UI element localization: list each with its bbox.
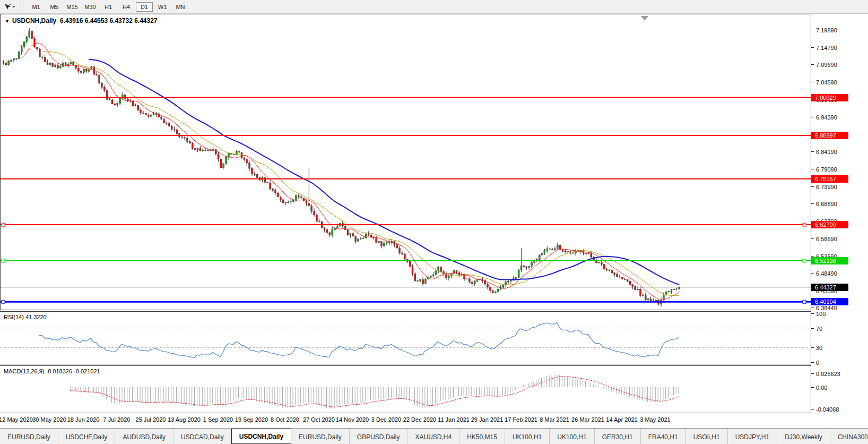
- level-price-label: 6.52138: [811, 257, 848, 264]
- date-axis-label: 30 May 2020: [32, 416, 66, 423]
- price-axis-tick: 6.79090: [811, 166, 837, 173]
- rsi-axis-tick: 70: [811, 325, 822, 332]
- ohlc-high: 6.44553: [85, 17, 108, 24]
- price-axis-tick: 6.68890: [811, 200, 837, 207]
- date-axis-label: 7 Jul 2020: [103, 416, 131, 423]
- symbol-tab-usdcnh-daily[interactable]: USDCNH,Daily: [231, 429, 291, 444]
- level-price-label: 7.00029: [811, 94, 848, 101]
- rsi-indicator-label: RSI(14) 41.3220: [4, 314, 47, 320]
- symbol-tab-ger30-h1[interactable]: GER30,H1: [595, 429, 641, 444]
- symbol-tab-china300-h1[interactable]: CHINA300,H1: [830, 429, 868, 444]
- price-axis-tick: 7.14790: [811, 44, 837, 51]
- price-axis[interactable]: 7.198907.147907.096907.045906.994906.943…: [811, 14, 868, 414]
- price-axis-tick: 7.09690: [811, 61, 837, 68]
- current-price-label: 6.44327: [811, 284, 848, 291]
- macd-axis-tick: 0.00: [811, 384, 827, 391]
- chart-dropdown-icon[interactable]: ▼: [5, 19, 10, 24]
- symbol-tabs-group: EURUSD,DailyUSDCHF,DailyAUDUSD,DailyUSDC…: [0, 429, 868, 444]
- symbol-tab-usoil-h1[interactable]: USOil,H1: [686, 429, 728, 444]
- level-price-label: 6.62709: [811, 221, 848, 228]
- level-price-label: 6.76157: [811, 175, 848, 183]
- rsi-pane[interactable]: RSI(14) 41.3220: [0, 311, 811, 364]
- date-axis-label: 26 Mar 2021: [571, 416, 604, 423]
- price-axis-tick: 7.19890: [811, 27, 837, 33]
- symbol-tab-audusd-daily[interactable]: AUDUSD,Daily: [115, 429, 173, 444]
- level-price-label: 6.40104: [811, 298, 848, 305]
- date-axis-label: 14 Nov 2020: [336, 416, 369, 423]
- date-axis-label: 29 Jan 2021: [471, 416, 504, 423]
- date-axis-label: 8 Mar 2021: [540, 416, 569, 423]
- date-axis-label: 11 Jan 2021: [438, 416, 470, 423]
- date-axis-label: 19 Sep 2020: [235, 416, 268, 423]
- date-axis-label: 14 Apr 2021: [606, 416, 637, 423]
- timeframe-button-w1[interactable]: W1: [154, 2, 171, 12]
- symbol-tab-usdjpy-h1[interactable]: USDJPY,H1: [728, 429, 777, 444]
- timeframe-toolbar: ▾ M1M5M15M30H1H4D1W1MN: [0, 0, 868, 14]
- date-axis-label: 12 May 2020: [0, 416, 33, 423]
- symbol-tab-eurusd-daily[interactable]: EURUSD,Daily: [291, 429, 350, 444]
- chart-symbol-period: USDCNH,Daily: [12, 17, 56, 24]
- symbol-tab-xauusd-h4[interactable]: XAUUSD,H4: [407, 429, 459, 444]
- date-axis-label: 22 Dec 2020: [403, 416, 436, 423]
- date-axis-label: 25 Jul 2020: [136, 416, 166, 423]
- symbol-tab-usdchf-daily[interactable]: USDCHF,Daily: [58, 429, 116, 444]
- date-axis-label: 3 Dec 2020: [371, 416, 401, 423]
- date-axis-label: 27 Oct 2020: [303, 416, 335, 423]
- date-axis-label: 17 Feb 2021: [505, 416, 537, 423]
- timeframe-buttons-group: M1M5M15M30H1H4D1W1MN: [27, 2, 189, 12]
- price-axis-tick: 7.04590: [811, 79, 837, 86]
- rsi-chart-canvas[interactable]: [0, 312, 810, 364]
- ohlc-low: 6.43732: [109, 17, 132, 24]
- date-axis-label: 3 May 2021: [640, 416, 670, 423]
- timeframe-button-m30[interactable]: M30: [82, 2, 99, 12]
- rsi-axis-tick: 30: [811, 344, 822, 351]
- symbol-tab-dj30-weekly[interactable]: DJ30,Weekly: [777, 429, 830, 444]
- macd-pane[interactable]: MACD(12,26,9) -0.018326 -0.021021: [0, 365, 811, 413]
- chart-shift-marker-icon[interactable]: [641, 16, 648, 21]
- trading-platform-window: ▾ M1M5M15M30H1H4D1W1MN ▼USDCNH,Daily 6.4…: [0, 0, 868, 444]
- date-axis-label: 18 Jun 2020: [67, 416, 100, 423]
- rsi-axis-tick: 0: [811, 359, 819, 366]
- timeframe-button-mn[interactable]: MN: [172, 2, 189, 12]
- level-price-label: 6.88897: [811, 132, 848, 139]
- timeframe-button-d1[interactable]: D1: [136, 2, 153, 12]
- price-axis-tick: 6.84190: [811, 148, 837, 155]
- price-chart-canvas[interactable]: [1, 14, 811, 310]
- date-axis-label: 8 Oct 2020: [271, 416, 299, 423]
- cursor-crosshair-icon: [4, 3, 12, 11]
- symbol-tab-hk50-m15[interactable]: HK50,M15: [459, 429, 505, 444]
- symbol-tab-fra40-h1[interactable]: FRA40,H1: [641, 429, 686, 444]
- chart-title: ▼USDCNH,Daily 6.43916 6.44553 6.43732 6.…: [5, 17, 158, 24]
- macd-indicator-label: MACD(12,26,9) -0.018326 -0.021021: [4, 368, 100, 374]
- symbol-tab-uk100-h1[interactable]: UK100,H1: [505, 429, 550, 444]
- timeframe-button-m15[interactable]: M15: [64, 2, 81, 12]
- date-axis-label: 1 Sep 2020: [203, 416, 233, 423]
- timeframe-button-m5[interactable]: M5: [46, 2, 63, 12]
- toolbar-grip-handle[interactable]: [21, 2, 23, 11]
- price-axis-tick: 6.48490: [811, 270, 837, 277]
- cursor-tool-button[interactable]: ▾: [2, 3, 16, 11]
- ohlc-close: 6.44327: [134, 17, 157, 24]
- price-pane[interactable]: ▼USDCNH,Daily 6.43916 6.44553 6.43732 6.…: [0, 14, 811, 310]
- symbol-tab-uk100-h1[interactable]: UK100,H1: [550, 429, 594, 444]
- price-axis-tick: 6.73990: [811, 183, 837, 190]
- tool-dropdown-arrow-icon[interactable]: ▾: [13, 4, 15, 9]
- macd-axis-tick: 0.025623: [811, 370, 840, 377]
- price-axis-tick: 6.58690: [811, 235, 837, 242]
- ohlc-open: 6.43916: [60, 17, 83, 24]
- rsi-axis-tick: 100: [811, 310, 826, 317]
- timeframe-button-m1[interactable]: M1: [28, 2, 45, 12]
- macd-axis-tick: -0.04068: [811, 406, 839, 413]
- timeframe-button-h1[interactable]: H1: [100, 2, 117, 12]
- date-axis[interactable]: 12 May 202030 May 202018 Jun 20207 Jul 2…: [0, 413, 811, 428]
- chart-area: ▼USDCNH,Daily 6.43916 6.44553 6.43732 6.…: [0, 14, 868, 428]
- symbol-tab-bar: EURUSD,DailyUSDCHF,DailyAUDUSD,DailyUSDC…: [0, 428, 868, 444]
- date-axis-label: 13 Aug 2020: [168, 416, 201, 423]
- symbol-tab-eurusd-daily[interactable]: EURUSD,Daily: [0, 429, 58, 444]
- price-axis-tick: 6.94390: [811, 114, 837, 121]
- symbol-tab-gbpusd-daily[interactable]: GBPUSD,Daily: [350, 429, 408, 444]
- symbol-tab-usdcad-daily[interactable]: USDCAD,Daily: [173, 429, 232, 444]
- macd-chart-canvas[interactable]: [0, 366, 810, 413]
- timeframe-button-h4[interactable]: H4: [118, 2, 135, 12]
